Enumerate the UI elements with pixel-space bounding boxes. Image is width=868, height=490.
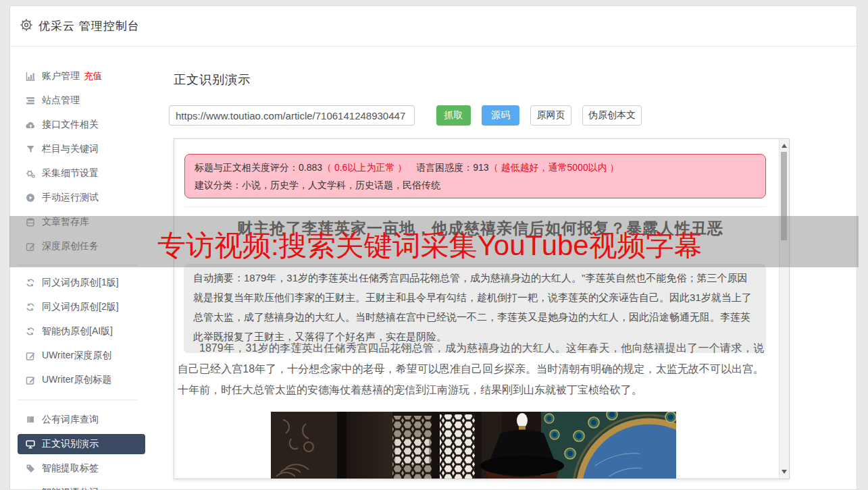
scroll-up-arrow-icon[interactable] [782,144,787,148]
sidebar-item-label: UWriter深度原创 [42,350,111,362]
recharge-badge[interactable]: 充值 [84,70,102,82]
sidebar-item-label: 接口文件相关 [42,119,99,131]
sidebar-item-account[interactable]: 账户管理充值 [18,64,145,88]
analysis-alert: 标题与正文相关度评分：0.883（ 0.6以上为正常 ）语言困惑度：913（ 越… [184,154,766,198]
source-code-button[interactable]: 源码 [482,105,519,126]
overlay-band: 专访视频:搜索关键词采集YouTube视频字幕 [9,216,859,267]
sidebar-item-manual-run-test[interactable]: 手动运行测试 [18,186,145,210]
sidebar-item-uwriter-deep[interactable]: UWriter深度原创 [18,344,145,368]
fetch-button[interactable]: 抓取 [436,105,471,126]
alert-line-1: 标题与正文相关度评分：0.883（ 0.6以上为正常 ）语言困惑度：913（ 越… [195,159,756,176]
sidebar-item-smart-segmentation[interactable]: 智能汉语分词 [18,481,145,490]
sidebar-item-label: 采集细节设置 [42,167,99,180]
header: 优采云 管理控制台 [10,5,858,46]
edit-icon [26,375,35,385]
sidebar: 账户管理充值站点管理接口文件相关栏目与关键词采集细节设置手动运行测试文章暂存库深… [18,64,145,490]
gear-icon [20,18,33,32]
play-circle-icon [26,193,35,202]
refresh-icon [26,302,35,312]
sidebar-item-uwriter-title[interactable]: UWriter原创标题 [18,368,145,392]
divider [184,207,766,207]
bar-chart-icon [26,72,35,81]
sidebar-item-public-lexicon[interactable]: 公有词库查询 [18,408,145,432]
cloud-upload-icon [26,120,35,130]
original-page-button[interactable]: 原网页 [530,105,571,126]
gears-icon [26,169,35,178]
sidebar-item-ai-rewrite[interactable]: 智能伪原创[AI版] [18,319,145,344]
sidebar-item-label: 智能汉语分词 [42,487,99,490]
sidebar-item-label: 智能伪原创[AI版] [42,325,113,337]
sidebar-item-label: 账户管理 [42,70,80,82]
sidebar-item-label: 站点管理 [42,94,80,107]
filter-icon [26,144,35,154]
url-input[interactable] [169,105,415,126]
sidebar-item-sites[interactable]: 站点管理 [18,88,145,113]
sidebar-item-content-recognition-demo[interactable]: 正文识别演示 [18,434,145,454]
list-icon [26,96,35,105]
sidebar-item-synonym-rewrite-2[interactable]: 同义词伪原创[2版] [18,295,145,319]
relevance-score: 标题与正文相关度评分：0.883 [195,162,322,173]
sidebar-item-label: 栏目与关键词 [42,143,99,155]
refresh-icon [26,278,35,288]
sidebar-item-label: 智能提取标签 [42,462,99,474]
overlay-marquee-text: 专访视频:搜索关键词采集YouTube视频字幕 [157,231,703,261]
article-photo [271,412,676,479]
sidebar-item-label: 同义词伪原创[2版] [42,301,119,313]
perplexity-note: （ 越低越好，通常5000以内 ） [489,162,619,173]
scroll-down-arrow-icon[interactable] [782,470,787,474]
sidebar-divider [18,400,137,400]
sidebar-item-label: 同义词伪原创[1版] [42,277,119,289]
relevance-note: （ 0.6以上为正常 ） [322,162,407,173]
sidebar-item-collect-settings[interactable]: 采集细节设置 [18,161,145,186]
sidebar-item-columns-keywords[interactable]: 栏目与关键词 [18,137,145,161]
book-icon [26,415,35,425]
edit-icon [26,351,35,360]
alert-line-2: 建议分类：小说，历史学，人文学科，历史话题，民俗传统 [195,176,756,194]
header-divider [10,46,857,47]
panel-scrollbar[interactable] [779,139,789,479]
tag-icon [26,464,35,473]
sidebar-item-smart-tags[interactable]: 智能提取标签 [18,456,145,481]
refresh-icon [26,327,35,336]
perplexity-score: 语言困惑度：913 [416,162,488,173]
pseudo-original-button[interactable]: 伪原创本文 [582,105,642,126]
app-title: 优采云 管理控制台 [39,18,140,34]
preview-panel: 标题与正文相关度评分：0.883（ 0.6以上为正常 ）语言困惑度：913（ 越… [174,138,790,479]
sidebar-item-interface-files[interactable]: 接口文件相关 [18,113,145,137]
page-title: 正文识别演示 [174,72,251,88]
sidebar-item-label: 手动运行测试 [42,192,99,204]
sidebar-item-label: 公有词库查询 [42,414,99,426]
page: 优采云 管理控制台 账户管理充值站点管理接口文件相关栏目与关键词采集细节设置手动… [0,0,868,490]
monitor-icon [26,439,35,449]
article-paragraph: 1879年，31岁的李莲英出任储秀宫四品花翎总管，成为慈禧身边的大红人。这年春天… [178,337,764,400]
sidebar-item-label: UWriter原创标题 [42,374,111,386]
sidebar-item-label: 正文识别演示 [42,438,99,450]
sidebar-item-synonym-rewrite-1[interactable]: 同义词伪原创[1版] [18,271,145,295]
